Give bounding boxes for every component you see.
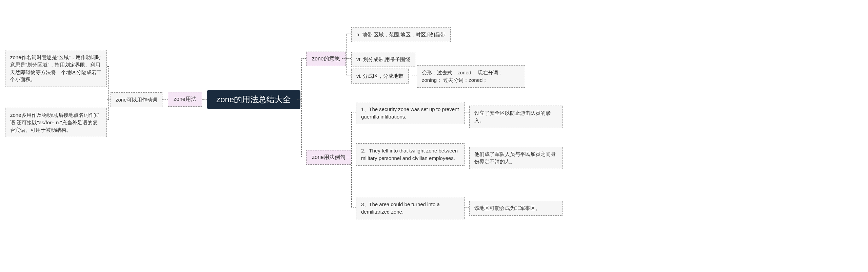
meaning-forms-text: 变形：过去式：zoned； 现在分词：zoning； 过去分词：zoned；: [422, 70, 503, 83]
ex1-en-text: 1、The security zone was set up to preven…: [361, 106, 459, 120]
meaning-n-text: n. 地带,区域，范围,地区，时区,[物]晶带: [356, 32, 446, 37]
examples-label: zone用法例句: [312, 154, 346, 160]
meaning-label: zone的意思: [312, 56, 340, 61]
desc1-text: zone作名词时意思是"区域"，用作动词时意思是"划分区域"，指用划定界限、利用…: [10, 54, 102, 82]
usage-label: zone用法: [174, 96, 196, 102]
node-examples: zone用法例句: [306, 150, 351, 165]
ex3-en-text: 3、The area could be turned into a demili…: [361, 201, 440, 215]
node-meaning-forms: 变形：过去式：zoned； 现在分词：zoning； 过去分词：zoned；: [417, 65, 525, 88]
node-verb: zone可以用作动词: [111, 92, 162, 107]
node-meaning-vt: vt. 划分成带,用带子围绕: [351, 52, 415, 67]
node-meaning: zone的意思: [306, 52, 346, 66]
node-ex2-en: 2、They fell into that twilight zone betw…: [356, 143, 465, 166]
node-meaning-n: n. 地带,区域，范围,地区，时区,[物]晶带: [351, 27, 451, 42]
node-usage: zone用法: [168, 92, 202, 107]
node-ex1-zh: 设立了安全区以防止游击队员的渗入。: [469, 106, 563, 128]
node-ex2-zh: 他们成了军队人员与平民雇员之间身份界定不清的人。: [469, 147, 563, 169]
meaning-vi-text: vi. 分成区，分成地带: [356, 73, 403, 79]
root-node: zone的用法总结大全: [207, 90, 300, 109]
ex3-zh-text: 该地区可能会成为非军事区。: [474, 205, 540, 211]
ex1-zh-text: 设立了安全区以防止游击队员的渗入。: [474, 110, 551, 123]
desc2-text: zone多用作及物动词,后接地点名词作宾语,还可接以"as/for+ n."充当…: [10, 112, 99, 133]
node-desc2: zone多用作及物动词,后接地点名词作宾语,还可接以"as/for+ n."充当…: [5, 108, 107, 137]
node-meaning-vi: vi. 分成区，分成地带: [351, 69, 409, 84]
ex2-en-text: 2、They fell into that twilight zone betw…: [361, 148, 458, 161]
root-title: zone的用法总结大全: [216, 95, 291, 104]
node-desc1: zone作名词时意思是"区域"，用作动词时意思是"划分区域"，指用划定界限、利用…: [5, 50, 107, 87]
verb-label: zone可以用作动词: [116, 97, 157, 103]
mindmap-canvas: zone的用法总结大全 zone用法 zone可以用作动词 zone作名词时意思…: [0, 0, 868, 272]
ex2-zh-text: 他们成了军队人员与平民雇员之间身份界定不清的人。: [474, 151, 556, 164]
meaning-vt-text: vt. 划分成带,用带子围绕: [356, 56, 410, 62]
node-ex1-en: 1、The security zone was set up to preven…: [356, 102, 465, 124]
node-ex3-en: 3、The area could be turned into a demili…: [356, 197, 465, 219]
node-ex3-zh: 该地区可能会成为非军事区。: [469, 201, 563, 216]
